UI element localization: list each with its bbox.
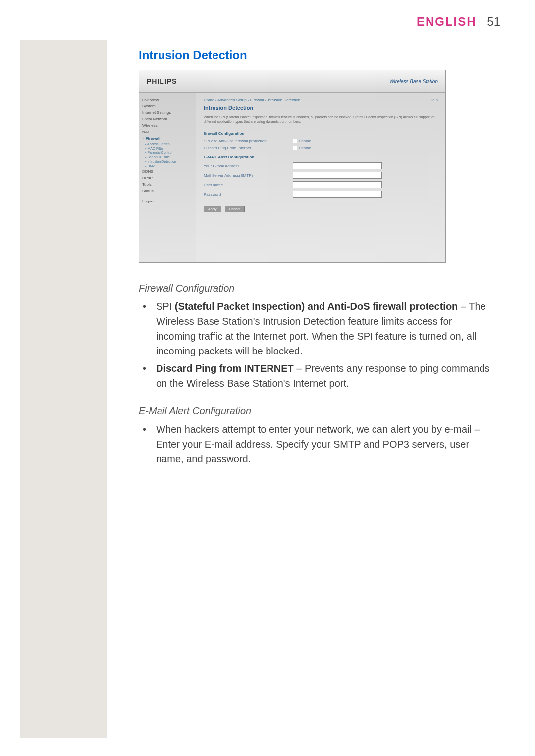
apply-button[interactable]: Apply xyxy=(204,206,221,212)
ss-main: Home - Advanced Setup - Firewall - Intru… xyxy=(196,93,445,262)
sidebar-sub[interactable]: • Schedule Rule xyxy=(142,155,193,159)
breadcrumb: Home - Advanced Setup - Firewall - Intru… xyxy=(204,98,438,102)
sidebar-item[interactable]: System xyxy=(142,103,193,109)
sidebar-logout[interactable]: Logout xyxy=(142,198,193,204)
password-row: Password xyxy=(204,191,438,198)
help-link[interactable]: Help xyxy=(430,98,438,102)
sidebar-sub[interactable]: • MAC Filter xyxy=(142,146,193,151)
firewall-config-label: firewall Configuration xyxy=(204,131,438,136)
sidebar-item[interactable]: Wireless xyxy=(142,122,193,129)
bullet2-bold: Discard Ping from INTERNET xyxy=(156,363,294,374)
sidebar-item[interactable]: DDNS xyxy=(142,168,193,175)
email-row: Your E-mail Address xyxy=(204,162,438,169)
username-label: User name xyxy=(204,183,293,187)
main-content: Intrusion Detection PHILIPS Wireless Bas… xyxy=(139,39,490,466)
button-row: Apply Cancel xyxy=(204,203,438,212)
sidebar-item[interactable]: Overview xyxy=(142,97,193,103)
breadcrumb-path[interactable]: Home - Advanced Setup - Firewall - Intru… xyxy=(204,98,300,102)
sidebar-sub[interactable]: • Parental Control xyxy=(142,151,193,155)
ss-sidebar: Overview System Internet Settings Local … xyxy=(139,93,196,262)
mailserver-label: Mail Server Address(SMTP) xyxy=(204,173,293,178)
language-label: ENGLISH xyxy=(417,15,477,28)
ss-header: PHILIPS Wireless Base Station xyxy=(139,70,445,93)
sidebar-item[interactable]: UPnP xyxy=(142,175,193,181)
discard-checkbox[interactable] xyxy=(293,146,297,150)
bullet-list: When hackers attempt to enter your netwo… xyxy=(139,422,490,466)
bullet1-prefix: SPI xyxy=(156,301,175,312)
email-address-label: Your E-mail Address xyxy=(204,164,293,168)
mailserver-row: Mail Server Address(SMTP) xyxy=(204,172,438,179)
username-row: User name xyxy=(204,181,438,188)
sidebar-sub[interactable]: • Access Control xyxy=(142,142,193,146)
list-item: When hackers attempt to enter your netwo… xyxy=(139,422,490,466)
list-item: SPI (Stateful Packet Inspection) and Ant… xyxy=(139,299,490,358)
ss-body: Overview System Internet Settings Local … xyxy=(139,93,445,262)
cancel-button[interactable]: Cancel xyxy=(225,206,245,212)
ss-page-title: Intrusion Detection xyxy=(204,105,438,111)
sidebar-sub[interactable]: • Intrusion Detection xyxy=(142,159,193,164)
email-config-label: E-MAIL Alert Configuration xyxy=(204,155,438,159)
sidebar-item[interactable]: NAT xyxy=(142,129,193,135)
discard-label: Discard Ping From Internet xyxy=(204,146,293,150)
bullet3-text: When hackers attempt to enter your netwo… xyxy=(156,424,480,464)
product-name: Wireless Base Station xyxy=(389,79,438,84)
subsection-firewall: Firewall Configuration xyxy=(139,283,490,294)
password-input[interactable] xyxy=(293,191,382,198)
philips-logo: PHILIPS xyxy=(147,77,177,85)
bullet-list: SPI (Stateful Packet Inspection) and Ant… xyxy=(139,299,490,391)
spi-checkbox[interactable] xyxy=(293,139,297,143)
discard-row: Discard Ping From Internet Enable xyxy=(204,146,438,150)
spi-row: SPI and Anti-DoS firewall protection Ena… xyxy=(204,139,438,143)
list-item: Discard Ping from INTERNET – Prevents an… xyxy=(139,361,490,391)
page-sidebar-decoration xyxy=(20,40,107,738)
ss-description: When the SPI (Stateful Packet Inspection… xyxy=(204,115,438,124)
sidebar-item-firewall[interactable]: » Firewall xyxy=(142,135,193,142)
username-input[interactable] xyxy=(293,181,382,188)
router-ui-screenshot: PHILIPS Wireless Base Station Overview S… xyxy=(139,70,446,263)
password-label: Password xyxy=(204,192,293,197)
sidebar-item[interactable]: Tools xyxy=(142,181,193,188)
page-header: ENGLISH 51 xyxy=(0,0,535,39)
email-input[interactable] xyxy=(293,162,382,169)
enable-label: Enable xyxy=(299,146,311,150)
enable-label: Enable xyxy=(299,139,311,143)
bullet1-bold: (Stateful Packet Inspection) and Anti-Do… xyxy=(175,301,458,312)
section-title: Intrusion Detection xyxy=(139,49,490,62)
sidebar-item[interactable]: Internet Settings xyxy=(142,109,193,116)
sidebar-item[interactable]: Status xyxy=(142,188,193,194)
sidebar-sub[interactable]: • DMZ xyxy=(142,164,193,168)
spi-label: SPI and Anti-DoS firewall protection xyxy=(204,139,293,143)
subsection-email: E-Mail Alert Configuration xyxy=(139,405,490,417)
mailserver-input[interactable] xyxy=(293,172,382,179)
page-number: 51 xyxy=(487,15,500,28)
sidebar-item[interactable]: Local Network xyxy=(142,116,193,122)
